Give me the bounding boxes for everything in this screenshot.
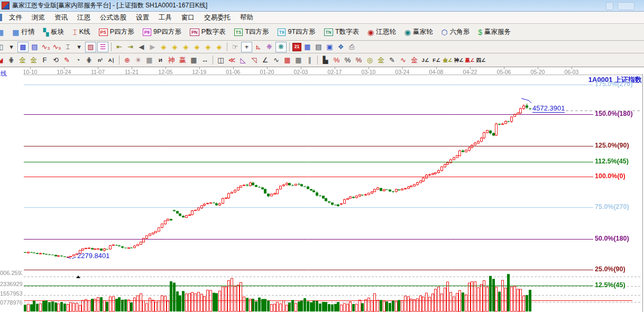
gann-wheel-button[interactable]: ◉江恩轮 <box>363 24 400 40</box>
candle-dropdown-caret-icon[interactable]: ▾ <box>74 42 84 52</box>
step-levels-icon[interactable]: ▙ <box>320 55 330 65</box>
crosshair-icon[interactable]: + <box>241 42 252 52</box>
next-bar-icon[interactable]: ▶ <box>148 42 158 52</box>
gold-line-icon[interactable]: 金 <box>409 55 419 65</box>
t-table-button[interactable]: TNT数字表 <box>320 24 363 40</box>
marker-pen-icon[interactable]: ✎ <box>62 55 72 65</box>
ruler-icon[interactable]: ⋕ <box>6 55 16 65</box>
menu-item-8[interactable]: 窗口 <box>177 13 199 22</box>
gann-fan-icon[interactable]: ≪ <box>227 55 237 65</box>
9t-square-button[interactable]: T99T四方形 <box>273 24 320 40</box>
gann-center-icon[interactable]: ⊕ <box>122 55 132 65</box>
f-angle-icon[interactable]: F∠ <box>431 55 441 65</box>
wave-9-icon[interactable]: ∿₉ <box>52 42 62 52</box>
winner-wheel-button[interactable]: ◉赢家轮 <box>400 24 437 40</box>
notepad-icon[interactable]: ▤ <box>314 42 324 52</box>
channel-icon[interactable]: ∥ <box>305 55 315 65</box>
gold-circle-icon[interactable]: ◎ <box>365 55 375 65</box>
angle-lines-icon[interactable]: ∠ <box>260 55 270 65</box>
save-icon[interactable]: ▣ <box>325 42 335 52</box>
bar-width-icon[interactable]: ↔ <box>200 55 210 65</box>
gold-ratio-ruler-icon[interactable]: 金 <box>17 55 27 65</box>
wave-mark-icon[interactable]: И <box>155 55 165 65</box>
gold-angle-icon[interactable]: 金∠ <box>443 55 453 65</box>
last-bar-icon[interactable]: ⇥ <box>125 42 135 52</box>
9p-square-button[interactable]: P99P四方形 <box>139 24 186 40</box>
zoom-diamond-all-icon[interactable]: ◈ <box>214 42 224 52</box>
kline-button[interactable]: ⌶K线 <box>68 24 94 40</box>
spider-web-icon[interactable]: ✳ <box>133 55 143 65</box>
time-ruler-icon[interactable]: ⋕ <box>84 55 94 65</box>
menu-item-10[interactable]: 帮助 <box>235 13 258 22</box>
zoom-diamond-h-icon[interactable]: ◈ <box>181 42 191 52</box>
hexagon-button[interactable]: ⬡六角形 <box>437 24 474 40</box>
fan-box-icon[interactable]: ◺ <box>238 55 248 65</box>
wave-3-icon[interactable]: ∿₃ <box>41 42 51 52</box>
pattern-icon[interactable]: ▨ <box>85 42 96 52</box>
grid-gray-icon[interactable]: ▦ <box>293 55 303 65</box>
winner-service-button[interactable]: $赢家服务 <box>474 24 515 40</box>
win-angle-icon[interactable]: 赢∠ <box>465 55 475 65</box>
mirror-icon[interactable]: A∣ <box>106 55 116 65</box>
t-square-button[interactable]: TST四方形 <box>230 24 273 40</box>
menu-item-7[interactable]: 工具 <box>154 13 177 22</box>
hand-icon[interactable]: ☞ <box>230 42 240 52</box>
zoom-diamond-out-icon[interactable]: ◈ <box>203 42 213 52</box>
workstation-icon[interactable]: ⎙ <box>347 42 357 52</box>
percent-line-icon[interactable]: % <box>354 55 364 65</box>
zigzag-icon[interactable]: ∿ <box>271 55 281 65</box>
percent-slope-icon[interactable]: % <box>332 55 342 65</box>
quotes-button[interactable]: ▦行情 <box>8 24 39 40</box>
pattern-match-icon[interactable]: ❋ <box>275 42 287 52</box>
sectors-button[interactable]: ▚板块 <box>39 24 68 40</box>
calculator-icon[interactable]: ▦ <box>302 42 312 52</box>
volume-profile-icon[interactable]: ☰ <box>97 42 108 52</box>
pen-levels-icon[interactable]: ✎ <box>387 55 397 65</box>
shen-ruler-icon[interactable]: 神 <box>167 55 177 65</box>
candle-tool-icon[interactable]: ⌶ <box>63 42 73 52</box>
menu-item-5[interactable]: 公式选股 <box>95 13 131 22</box>
grid-123-icon[interactable]: ▦ <box>189 55 199 65</box>
menu-item-2[interactable]: 浏览 <box>27 13 50 22</box>
left-clipped-tool-icon[interactable]: ◢ <box>0 55 5 65</box>
window-buttons[interactable] <box>606 2 634 10</box>
spiral-icon[interactable]: ⟲ <box>51 55 61 65</box>
menu-item-3[interactable]: 资讯 <box>50 13 72 22</box>
first-bar-icon[interactable]: ⇤ <box>114 42 124 52</box>
fan-box-2-icon[interactable]: ◹ <box>249 55 259 65</box>
zoom-diamond-left-icon[interactable]: ◈ <box>159 42 169 52</box>
notes-icon[interactable]: ▤ <box>30 42 40 52</box>
p-square-button[interactable]: PSP四方形 <box>95 24 139 40</box>
prev-bar-icon[interactable]: ◀ <box>136 42 146 52</box>
cycle-circle-icon[interactable]: ◔ <box>73 55 83 65</box>
menu-item-4[interactable]: 江恩 <box>72 13 95 22</box>
shen-angle-icon[interactable]: 神∠ <box>454 55 464 65</box>
p-table-button[interactable]: PNP数字表 <box>186 24 230 40</box>
kline-chart-area[interactable]: 线 1A0001 上证指数 2279.8401 4572.3901 10-101… <box>0 67 644 312</box>
zoom-diamond-right-icon[interactable]: ◈ <box>170 42 180 52</box>
minimize-button[interactable] <box>606 2 613 10</box>
gold-levels-icon[interactable]: 金 <box>376 55 386 65</box>
zoom-diamond-in-icon[interactable]: ◈ <box>192 42 202 52</box>
four-angle-icon[interactable]: 四∠ <box>476 55 486 65</box>
menu-item-6[interactable]: 设置 <box>131 13 154 22</box>
gann-net-icon[interactable]: ❈ <box>264 42 274 52</box>
dropdown-caret-icon[interactable]: ▾ <box>6 42 16 52</box>
menu-item-1[interactable]: 文件 <box>4 13 27 22</box>
box-tool-icon[interactable]: ◫ <box>216 55 226 65</box>
grid-net-icon[interactable]: ▦ <box>144 55 154 65</box>
calendar-icon[interactable]: 21 <box>292 43 301 51</box>
j-angle-icon[interactable]: J∠ <box>420 55 430 65</box>
network-icon[interactable]: ❖ <box>336 42 346 52</box>
gold-ratio-ruler-2-icon[interactable]: 金 <box>29 55 39 65</box>
square-of-n-icon[interactable]: n² <box>95 55 105 65</box>
win-ruler-icon[interactable]: 赢 <box>178 55 188 65</box>
wave-levels-icon[interactable]: ∿ <box>398 55 408 65</box>
grid-red-icon[interactable]: ▦ <box>282 55 292 65</box>
gann-shapes-icon[interactable]: ▩ <box>17 42 29 52</box>
fib-ruler-icon[interactable]: F <box>40 55 50 65</box>
percent-icon[interactable]: % <box>343 55 353 65</box>
menu-item-9[interactable]: 交易委托 <box>199 13 235 22</box>
angle-measure-icon[interactable]: ⊾ <box>253 42 263 52</box>
window-control-button[interactable] <box>618 2 634 10</box>
